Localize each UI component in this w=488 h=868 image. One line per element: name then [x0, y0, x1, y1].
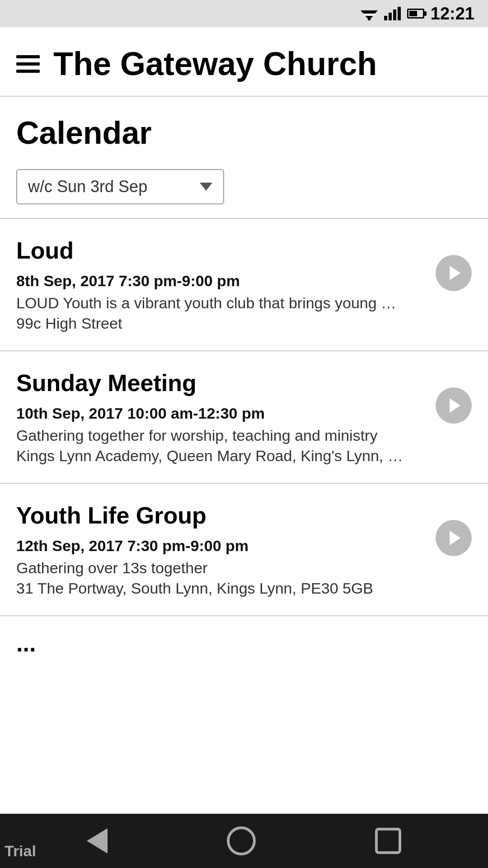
chevron-down-icon: [200, 183, 212, 191]
event-name-sunday-meeting: Sunday Meeting: [16, 369, 422, 396]
event-arrow-loud[interactable]: [436, 255, 472, 291]
recent-icon: [375, 828, 401, 854]
event-location-loud: 99c High Street: [16, 315, 422, 332]
trial-label: Trial: [5, 842, 36, 860]
event-datetime-sunday-meeting: 10th Sep, 2017 10:00 am-12:30 pm: [16, 405, 422, 422]
status-icons: 12:21: [361, 4, 474, 24]
status-bar: 12:21: [0, 0, 488, 27]
event-datetime-loud: 8th Sep, 2017 7:30 pm-9:00 pm: [16, 272, 422, 290]
event-name-loud: Loud: [16, 237, 422, 264]
app-header: The Gateway Church: [0, 27, 488, 96]
event-description-youth-life-group: Gathering over 13s together: [16, 559, 422, 577]
nav-back-button[interactable]: [87, 828, 108, 854]
main-content: Calendar w/c Sun 3rd Sep Loud 8th Sep, 2…: [0, 97, 488, 814]
hamburger-menu-icon[interactable]: [16, 55, 40, 73]
event-info-sunday-meeting: Sunday Meeting 10th Sep, 2017 10:00 am-1…: [16, 369, 436, 465]
event-info-youth-life-group: Youth Life Group 12th Sep, 2017 7:30 pm-…: [16, 502, 436, 597]
event-datetime-youth-life-group: 12th Sep, 2017 7:30 pm-9:00 pm: [16, 537, 422, 555]
event-info-loud: Loud 8th Sep, 2017 7:30 pm-9:00 pm LOUD …: [16, 237, 436, 332]
event-item-loud[interactable]: Loud 8th Sep, 2017 7:30 pm-9:00 pm LOUD …: [0, 219, 488, 350]
week-selector-label: w/c Sun 3rd Sep: [28, 177, 147, 196]
status-time: 12:21: [431, 4, 474, 24]
nav-recent-button[interactable]: [375, 828, 401, 854]
page-title: Calendar: [0, 97, 488, 151]
wifi-icon: [361, 7, 378, 20]
nav-home-button[interactable]: [227, 826, 256, 855]
bottom-nav: [0, 814, 488, 868]
event-name-partial: ...: [16, 630, 472, 657]
event-description-loud: LOUD Youth is a vibrant youth club that …: [16, 294, 422, 312]
back-icon: [87, 828, 108, 854]
event-location-youth-life-group: 31 The Portway, South Lynn, Kings Lynn, …: [16, 580, 422, 597]
event-description-sunday-meeting: Gathering together for worship, teaching…: [16, 427, 422, 444]
signal-icon: [384, 7, 401, 20]
event-name-youth-life-group: Youth Life Group: [16, 502, 422, 529]
week-selector-wrap: w/c Sun 3rd Sep: [0, 151, 488, 218]
event-location-sunday-meeting: Kings Lynn Academy, Queen Mary Road, Kin…: [16, 447, 422, 465]
battery-icon: [407, 9, 424, 19]
week-selector-dropdown[interactable]: w/c Sun 3rd Sep: [16, 169, 224, 204]
event-arrow-sunday-meeting[interactable]: [436, 387, 472, 424]
home-icon: [227, 826, 256, 855]
event-arrow-youth-life-group[interactable]: [436, 520, 472, 556]
event-item-youth-life-group[interactable]: Youth Life Group 12th Sep, 2017 7:30 pm-…: [0, 484, 488, 615]
event-item-partial: ...: [0, 616, 488, 657]
event-item-sunday-meeting[interactable]: Sunday Meeting 10th Sep, 2017 10:00 am-1…: [0, 351, 488, 483]
app-title: The Gateway Church: [53, 45, 377, 82]
event-list: Loud 8th Sep, 2017 7:30 pm-9:00 pm LOUD …: [0, 218, 488, 657]
